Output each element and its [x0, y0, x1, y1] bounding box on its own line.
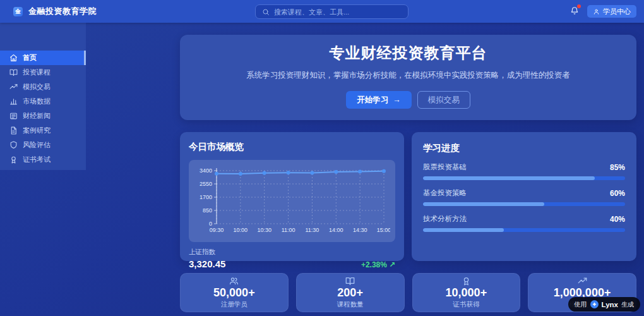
- stat-value: 50,000+: [213, 287, 255, 300]
- market-line-chart: 085017002550340009:3010:0010:3011:0011:3…: [189, 160, 395, 242]
- stat-card-courses: 200+课程数量: [296, 273, 405, 312]
- main-content: 专业财经投资教育平台 系统学习投资理财知识，掌握市场分析技能，在模拟环境中实践投…: [180, 35, 636, 312]
- progress-card-title: 学习进度: [423, 142, 625, 154]
- user-center-label: 学员中心: [603, 7, 631, 16]
- progress-label: 基金投资策略: [423, 188, 467, 198]
- progress-fill: [423, 228, 504, 232]
- learning-progress-card: 学习进度 股票投资基础85%基金投资策略60%技术分析方法40%: [412, 132, 636, 261]
- progress-label: 股票投资基础: [423, 162, 467, 172]
- svg-text:10:00: 10:00: [234, 227, 248, 233]
- search-icon: [262, 8, 270, 16]
- home-icon: [9, 54, 18, 62]
- index-summary: 上证指数 3,320.45 +2.38% ↗: [189, 248, 395, 269]
- trend-icon: [578, 276, 587, 286]
- trend-icon: [9, 83, 18, 91]
- search-input[interactable]: [274, 8, 402, 16]
- top-bar: 金 金融投资教育学院 学员中心: [0, 0, 644, 23]
- sidebar-item-cases[interactable]: 案例研究: [0, 123, 86, 138]
- sidebar-item-label: 财经新闻: [23, 111, 51, 121]
- progress-track: [423, 176, 625, 180]
- hero-title: 专业财经投资教育平台: [180, 43, 636, 63]
- svg-text:11:00: 11:00: [282, 227, 295, 233]
- sidebar-item-label: 证书考试: [23, 155, 51, 164]
- progress-item: 基金投资策略60%: [423, 188, 625, 206]
- progress-percent: 40%: [610, 215, 625, 224]
- search-box[interactable]: [255, 4, 408, 19]
- svg-text:15:00: 15:00: [377, 227, 390, 233]
- progress-track: [423, 202, 625, 206]
- start-learning-button[interactable]: 开始学习 →: [346, 91, 412, 109]
- brand-logo-icon: 金: [13, 7, 23, 16]
- book-icon: [9, 68, 18, 76]
- news-icon: [9, 112, 18, 120]
- index-change: +2.38% ↗: [361, 260, 395, 269]
- brand: 金 金融投资教育学院: [0, 6, 97, 17]
- svg-text:14:30: 14:30: [353, 227, 367, 233]
- app-title: 金融投资教育学院: [28, 6, 97, 17]
- sidebar-item-label: 投资课程: [23, 68, 51, 77]
- sidebar-item-news[interactable]: 财经新闻: [0, 109, 86, 123]
- lynx-watermark-badge[interactable]: 使用 Lynx 生成: [568, 297, 640, 312]
- stat-value: 200+: [337, 287, 363, 300]
- notification-dot: [577, 4, 581, 8]
- sidebar-item-home[interactable]: 首页: [0, 51, 86, 65]
- sidebar-item-market[interactable]: 市场数据: [0, 94, 86, 109]
- sidebar-item-simulated[interactable]: 模拟交易: [0, 80, 86, 94]
- svg-text:850: 850: [203, 207, 212, 214]
- svg-text:2550: 2550: [200, 181, 212, 187]
- stat-label: 证书获得: [453, 300, 479, 309]
- sidebar-item-courses[interactable]: 投资课程: [0, 65, 86, 80]
- stat-value: 10,000+: [446, 287, 487, 300]
- overview-row: 今日市场概览 085017002550340009:3010:0010:3011…: [180, 132, 636, 261]
- top-right-actions: 学员中心: [570, 0, 636, 23]
- stat-card-certificates: 10,000+证书获得: [412, 273, 521, 312]
- svg-text:3400: 3400: [200, 167, 212, 174]
- progress-label: 技术分析方法: [423, 214, 467, 224]
- sidebar-item-label: 案例研究: [23, 126, 51, 135]
- svg-text:0: 0: [209, 221, 212, 227]
- svg-text:09:30: 09:30: [210, 227, 224, 233]
- progress-fill: [423, 176, 595, 180]
- person-icon: [593, 8, 600, 15]
- arrow-right-icon: →: [393, 95, 401, 104]
- users-icon: [229, 276, 239, 286]
- award-icon: [9, 155, 18, 164]
- lynx-logo-icon: [590, 300, 599, 308]
- progress-percent: 60%: [610, 189, 625, 198]
- simulated-trading-button[interactable]: 模拟交易: [417, 91, 470, 109]
- sidebar-item-label: 市场数据: [23, 97, 51, 106]
- progress-track: [423, 228, 625, 232]
- svg-text:11:30: 11:30: [305, 227, 319, 233]
- sidebar-item-label: 首页: [23, 53, 37, 63]
- index-value: 3,320.45: [189, 258, 225, 269]
- progress-item: 股票投资基础85%: [423, 162, 625, 180]
- progress-list: 股票投资基础85%基金投资策略60%技术分析方法40%: [423, 162, 625, 232]
- progress-percent: 85%: [610, 163, 625, 172]
- book-icon: [345, 276, 355, 286]
- index-name: 上证指数: [189, 248, 225, 257]
- hero-subtitle: 系统学习投资理财知识，掌握市场分析技能，在模拟环境中实践投资策略，成为理性的投资…: [236, 70, 581, 82]
- notification-bell-icon[interactable]: [570, 6, 579, 16]
- hero-buttons: 开始学习 → 模拟交易: [180, 91, 636, 109]
- svg-text:1700: 1700: [200, 194, 212, 200]
- sidebar-item-label: 风险评估: [23, 140, 51, 150]
- file-icon: [9, 126, 18, 135]
- market-card-title: 今日市场概览: [189, 141, 395, 153]
- stat-label: 课程数量: [337, 300, 364, 309]
- sidebar: 首页投资课程模拟交易市场数据财经新闻案例研究风险评估证书考试: [0, 23, 86, 170]
- progress-fill: [423, 202, 544, 206]
- sidebar-item-risk[interactable]: 风险评估: [0, 138, 86, 152]
- sidebar-item-label: 模拟交易: [23, 82, 51, 92]
- sidebar-item-exam[interactable]: 证书考试: [0, 152, 86, 167]
- hero-banner: 专业财经投资教育平台 系统学习投资理财知识，掌握市场分析技能，在模拟环境中实践投…: [180, 35, 636, 120]
- stat-card-students: 50,000+注册学员: [180, 273, 289, 312]
- barchart-icon: [9, 97, 18, 106]
- award-icon: [462, 276, 471, 286]
- market-overview-card: 今日市场概览 085017002550340009:3010:0010:3011…: [180, 132, 404, 261]
- svg-text:10:30: 10:30: [257, 227, 271, 233]
- stat-label: 注册学员: [221, 300, 247, 309]
- user-center-button[interactable]: 学员中心: [587, 5, 636, 18]
- shield-icon: [9, 141, 18, 149]
- progress-item: 技术分析方法40%: [423, 214, 625, 232]
- svg-text:14:00: 14:00: [329, 227, 343, 233]
